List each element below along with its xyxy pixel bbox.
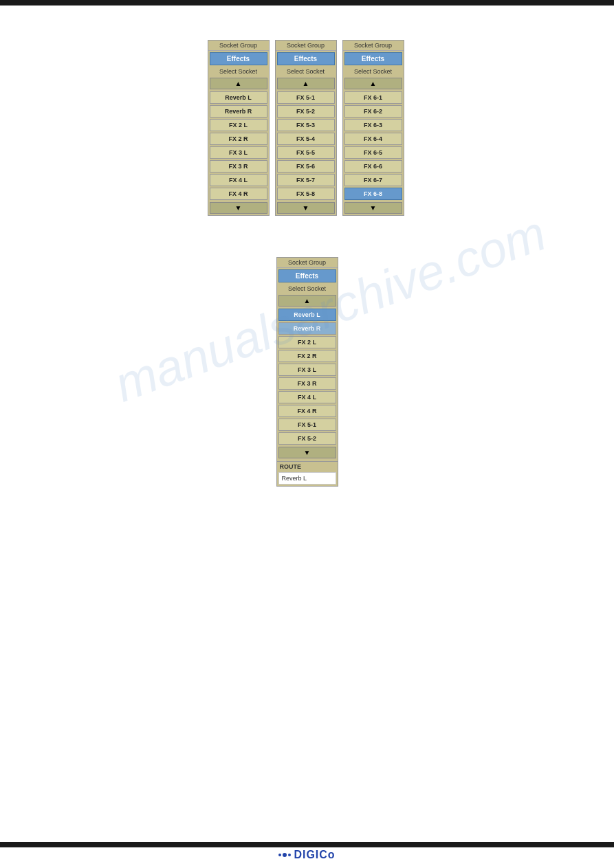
socket-btn-fx68[interactable]: FX 6-8: [344, 188, 402, 200]
socket-btn-reverb-l-1[interactable]: Reverb L: [210, 91, 267, 104]
effects-button-3[interactable]: Effects: [344, 52, 402, 65]
socket-btn-fx54[interactable]: FX 5-4: [277, 133, 335, 145]
socket-btn-fx67[interactable]: FX 6-7: [344, 174, 402, 186]
scroll-up-button-bottom[interactable]: ▲: [278, 295, 336, 307]
socket-btn-bottom-fx3l[interactable]: FX 3 L: [278, 364, 336, 376]
socket-btn-fx3r-1[interactable]: FX 3 R: [210, 160, 267, 173]
scroll-down-button-3[interactable]: ▼: [344, 202, 402, 214]
socket-btn-fx61[interactable]: FX 6-1: [344, 91, 402, 104]
socket-panel-bottom: Socket Group Effects Select Socket ▲ Rev…: [276, 257, 338, 487]
scroll-down-button-1[interactable]: ▼: [210, 202, 267, 214]
bottom-panel-container: Socket Group Effects Select Socket ▲ Rev…: [14, 257, 600, 487]
socket-group-label-1: Socket Group: [208, 41, 269, 51]
socket-btn-fx65[interactable]: FX 6-5: [344, 146, 402, 159]
socket-btn-fx66[interactable]: FX 6-6: [344, 160, 402, 173]
socket-btn-fx4r-1[interactable]: FX 4 R: [210, 188, 267, 200]
socket-btn-bottom-fx3r[interactable]: FX 3 R: [278, 377, 336, 390]
logo-dots: [278, 853, 291, 857]
effects-button-bottom[interactable]: Effects: [278, 269, 336, 282]
logo-dot-1: [278, 854, 281, 856]
socket-group-label-bottom: Socket Group: [277, 258, 338, 268]
socket-group-label-2: Socket Group: [276, 41, 336, 51]
scroll-down-button-bottom[interactable]: ▼: [278, 447, 336, 458]
socket-btn-fx57[interactable]: FX 5-7: [277, 174, 335, 186]
route-value: Reverb L: [278, 472, 336, 485]
scroll-down-button-2[interactable]: ▼: [277, 202, 335, 214]
socket-btn-bottom-fx52[interactable]: FX 5-2: [278, 432, 336, 445]
socket-btn-fx64[interactable]: FX 6-4: [344, 133, 402, 145]
socket-btn-fx4l-1[interactable]: FX 4 L: [210, 174, 267, 186]
socket-btn-fx55[interactable]: FX 5-5: [277, 146, 335, 159]
route-label: ROUTE: [277, 461, 338, 471]
select-socket-label-bottom: Select Socket: [277, 284, 338, 293]
socket-btn-fx2l-1[interactable]: FX 2 L: [210, 119, 267, 131]
socket-btn-fx51[interactable]: FX 5-1: [277, 91, 335, 104]
socket-btn-bottom-reverb-r[interactable]: Reverb R: [278, 322, 336, 335]
top-bar: [0, 0, 614, 5]
logo-dot-2: [283, 853, 287, 857]
socket-panel-2: Socket Group Effects Select Socket ▲ FX …: [275, 40, 337, 216]
bottom-bar: [0, 842, 614, 847]
socket-panel-1: Socket Group Effects Select Socket ▲ Rev…: [208, 40, 270, 216]
select-socket-label-1: Select Socket: [208, 67, 269, 76]
socket-btn-bottom-fx2l[interactable]: FX 2 L: [278, 336, 336, 348]
socket-btn-fx3l-1[interactable]: FX 3 L: [210, 146, 267, 159]
socket-btn-fx62[interactable]: FX 6-2: [344, 105, 402, 118]
socket-group-label-3: Socket Group: [343, 41, 404, 51]
logo-dot-3: [288, 854, 291, 856]
socket-btn-fx56[interactable]: FX 5-6: [277, 160, 335, 173]
scroll-up-button-3[interactable]: ▲: [344, 78, 402, 89]
socket-btn-fx58[interactable]: FX 5-8: [277, 188, 335, 200]
socket-btn-bottom-reverb-l[interactable]: Reverb L: [278, 309, 336, 321]
logo-text: DIGICo: [294, 849, 335, 861]
effects-button-1[interactable]: Effects: [210, 52, 267, 65]
top-panels: Socket Group Effects Select Socket ▲ Rev…: [14, 40, 600, 216]
main-content: manualsarchive.com Socket Group Effects …: [0, 5, 614, 500]
digico-logo: DIGICo: [278, 849, 335, 861]
scroll-up-button-2[interactable]: ▲: [277, 78, 335, 89]
socket-btn-fx2r-1[interactable]: FX 2 R: [210, 133, 267, 145]
scroll-up-button-1[interactable]: ▲: [210, 78, 267, 89]
socket-btn-fx63[interactable]: FX 6-3: [344, 119, 402, 131]
socket-btn-bottom-fx51[interactable]: FX 5-1: [278, 419, 336, 431]
select-socket-label-2: Select Socket: [276, 67, 336, 76]
effects-button-2[interactable]: Effects: [277, 52, 335, 65]
socket-btn-fx53[interactable]: FX 5-3: [277, 119, 335, 131]
footer: DIGICo: [0, 847, 614, 863]
socket-btn-reverb-r-1[interactable]: Reverb R: [210, 105, 267, 118]
socket-panel-3: Socket Group Effects Select Socket ▲ FX …: [342, 40, 404, 216]
socket-btn-bottom-fx4r[interactable]: FX 4 R: [278, 405, 336, 417]
socket-btn-fx52[interactable]: FX 5-2: [277, 105, 335, 118]
socket-btn-bottom-fx2r[interactable]: FX 2 R: [278, 350, 336, 362]
route-section: ROUTE Reverb L: [277, 461, 338, 486]
socket-btn-bottom-fx4l[interactable]: FX 4 L: [278, 391, 336, 403]
select-socket-label-3: Select Socket: [343, 67, 404, 76]
